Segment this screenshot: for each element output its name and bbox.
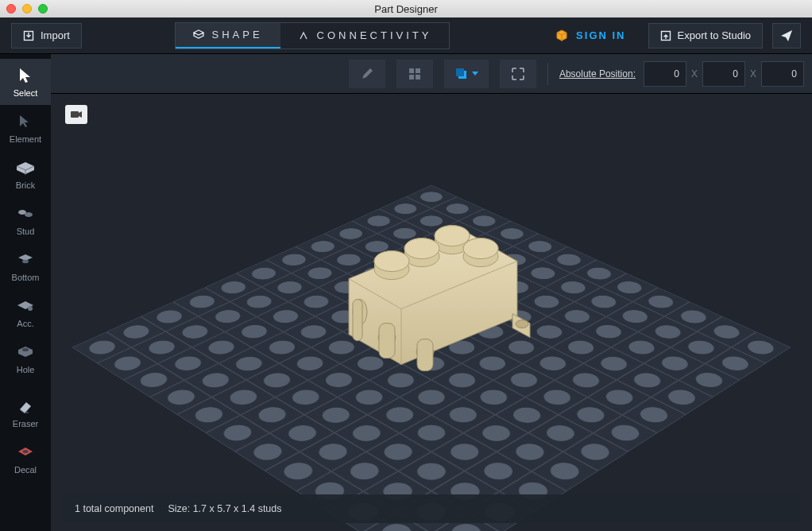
import-button[interactable]: Import bbox=[11, 23, 82, 48]
absolute-position-label: Absolute Position: bbox=[559, 68, 636, 79]
accessory-icon bbox=[16, 298, 35, 314]
camera-icon bbox=[70, 110, 83, 119]
grid-button[interactable] bbox=[396, 60, 433, 88]
stud-icon bbox=[16, 206, 35, 222]
tool-brick[interactable]: Brick bbox=[0, 151, 51, 197]
expand-icon bbox=[511, 67, 525, 81]
chevron-down-icon bbox=[472, 72, 478, 76]
eraser-icon bbox=[17, 399, 34, 413]
tool-acc[interactable]: Acc. bbox=[0, 289, 51, 335]
tab-shape-label: SHAPE bbox=[212, 29, 263, 41]
svg-point-5 bbox=[28, 306, 33, 311]
tool-stud-label: Stud bbox=[17, 227, 35, 236]
export-label: Export to Studio bbox=[678, 29, 752, 41]
connectivity-icon bbox=[298, 30, 309, 41]
tool-element-label: Element bbox=[10, 134, 41, 144]
export-button[interactable]: Export to Studio bbox=[648, 23, 764, 48]
tool-decal-label: Decal bbox=[14, 465, 37, 475]
tool-decal[interactable]: Decal bbox=[0, 436, 51, 482]
tool-bottom-label: Bottom bbox=[12, 273, 40, 282]
svg-rect-11 bbox=[416, 75, 420, 79]
shape-icon bbox=[193, 29, 204, 41]
import-icon bbox=[23, 30, 34, 41]
svg-point-6 bbox=[22, 348, 29, 351]
hole-icon bbox=[17, 344, 34, 360]
mode-tabs: SHAPE CONNECTIVITY bbox=[175, 22, 450, 49]
base-grid bbox=[177, 94, 686, 531]
sign-in-button[interactable]: SIGN IN bbox=[543, 29, 638, 42]
brick-icon bbox=[15, 160, 36, 176]
x-separator-2: X bbox=[750, 68, 756, 79]
absolute-position-group: Absolute Position: X X bbox=[559, 61, 804, 87]
svg-rect-14 bbox=[71, 111, 79, 118]
sub-toolbar: Absolute Position: X X bbox=[51, 54, 812, 94]
camera-button[interactable] bbox=[65, 105, 87, 124]
tool-select-label: Select bbox=[14, 88, 38, 98]
element-cursor-icon bbox=[17, 114, 33, 130]
svg-rect-9 bbox=[416, 68, 420, 73]
mac-titlebar: Part Designer bbox=[0, 0, 812, 17]
grid-icon bbox=[408, 67, 422, 81]
svg-point-4 bbox=[22, 260, 29, 263]
cube-icon bbox=[555, 29, 568, 42]
export-icon bbox=[660, 30, 671, 41]
tool-hole[interactable]: Hole bbox=[0, 335, 51, 382]
tool-element[interactable]: Element bbox=[0, 105, 51, 151]
main-area: Absolute Position: X X bbox=[51, 54, 812, 531]
pos-x-input[interactable] bbox=[644, 61, 686, 87]
svg-rect-13 bbox=[456, 68, 464, 76]
tool-hole-label: Hole bbox=[17, 365, 35, 374]
tool-stud[interactable]: Stud bbox=[0, 197, 51, 243]
import-label: Import bbox=[41, 29, 70, 41]
tool-eraser[interactable]: Eraser bbox=[0, 390, 51, 436]
svg-point-3 bbox=[25, 212, 33, 217]
paper-plane-icon bbox=[780, 29, 793, 42]
x-separator-1: X bbox=[691, 68, 698, 79]
tab-connectivity-label: CONNECTIVITY bbox=[317, 29, 432, 41]
tool-bottom[interactable]: Bottom bbox=[0, 243, 51, 289]
sign-in-label: SIGN IN bbox=[576, 29, 625, 41]
layer-dropdown[interactable] bbox=[444, 60, 489, 88]
bottom-icon bbox=[17, 252, 34, 268]
send-button[interactable] bbox=[772, 23, 801, 48]
pos-z-input[interactable] bbox=[761, 61, 804, 87]
pencil-icon bbox=[360, 67, 374, 81]
tool-sidebar: Select Element Brick Stud Bottom Acc. Ho… bbox=[0, 54, 51, 531]
size-readout: Size: 1.7 x 5.7 x 1.4 studs bbox=[168, 503, 281, 514]
svg-rect-10 bbox=[409, 75, 414, 79]
svg-point-7 bbox=[23, 450, 29, 453]
window-title: Part Designer bbox=[0, 3, 812, 15]
viewport-canvas[interactable]: 1 total component Size: 1.7 x 5.7 x 1.4 … bbox=[51, 94, 812, 531]
select-cursor-icon bbox=[17, 67, 33, 84]
tool-select[interactable]: Select bbox=[0, 59, 51, 105]
tool-acc-label: Acc. bbox=[17, 319, 33, 328]
layers-icon bbox=[454, 67, 469, 81]
tool-eraser-label: Eraser bbox=[13, 419, 38, 428]
svg-rect-8 bbox=[409, 68, 414, 73]
expand-button[interactable] bbox=[500, 60, 536, 88]
pos-y-input[interactable] bbox=[702, 61, 745, 87]
decal-icon bbox=[17, 445, 34, 459]
tool-brick-label: Brick bbox=[16, 180, 35, 190]
tab-connectivity[interactable]: CONNECTIVITY bbox=[280, 23, 450, 48]
top-toolbar: Import SHAPE CONNECTIVITY SIGN IN Export… bbox=[0, 17, 812, 54]
component-count: 1 total component bbox=[75, 503, 153, 514]
status-bar: 1 total component Size: 1.7 x 5.7 x 1.4 … bbox=[64, 494, 799, 523]
tab-shape[interactable]: SHAPE bbox=[176, 23, 280, 48]
edit-button[interactable] bbox=[349, 60, 385, 88]
